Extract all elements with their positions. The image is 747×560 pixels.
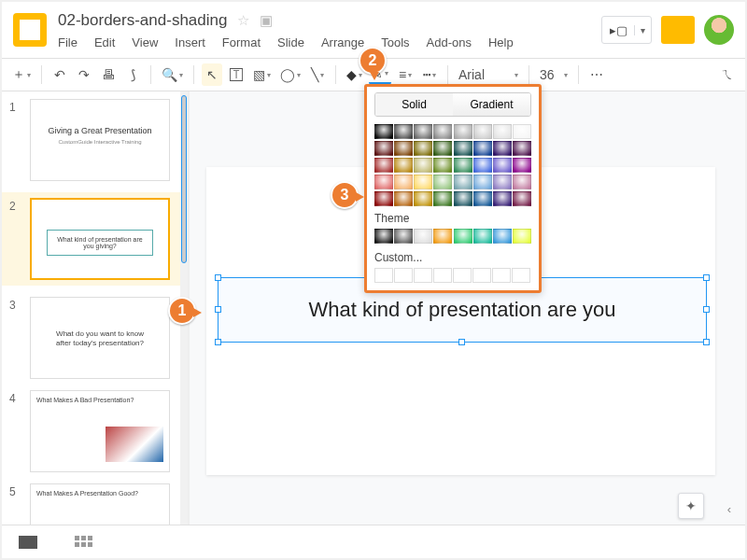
hscroll-left-icon[interactable]: ‹: [719, 498, 740, 519]
gradient-swatch[interactable]: [394, 175, 413, 189]
gradient-swatch[interactable]: [513, 229, 531, 244]
gradient-swatch[interactable]: [454, 175, 472, 189]
hide-menus-button[interactable]: ㄟ: [717, 63, 738, 86]
gradient-swatch[interactable]: [493, 158, 512, 173]
new-slide-button[interactable]: ＋: [9, 63, 34, 86]
gradient-swatch[interactable]: [513, 175, 531, 189]
menu-format[interactable]: Format: [222, 35, 261, 49]
gradient-swatch[interactable]: [473, 229, 492, 244]
slide-thumb-4[interactable]: 4 What Makes A Bad Presentation?: [9, 390, 188, 472]
gradient-swatch[interactable]: [493, 229, 512, 244]
gradient-swatch[interactable]: [394, 141, 413, 156]
filmstrip-view-button[interactable]: [19, 536, 37, 549]
gradient-swatch[interactable]: [394, 124, 413, 139]
gradient-swatch[interactable]: [433, 158, 452, 173]
menu-help[interactable]: Help: [488, 35, 514, 49]
scrollbar-handle[interactable]: [181, 95, 187, 263]
doc-title-text[interactable]: 02-borders-and-shading: [58, 11, 227, 29]
gradient-swatch[interactable]: [493, 191, 512, 206]
gradient-swatch[interactable]: [374, 141, 393, 156]
gradient-swatch[interactable]: [414, 175, 432, 189]
menu-slide[interactable]: Slide: [277, 35, 304, 49]
more-button[interactable]: ⋯: [586, 63, 607, 86]
gradient-swatch[interactable]: [433, 124, 452, 139]
menu-tools[interactable]: Tools: [381, 35, 409, 49]
gradient-swatch[interactable]: [454, 141, 472, 156]
resize-handle[interactable]: [215, 306, 221, 313]
gradient-swatch[interactable]: [374, 191, 393, 206]
zoom-button[interactable]: 🔍: [159, 63, 186, 86]
slide-thumb-2[interactable]: 2 What kind of presentation are you givi…: [2, 192, 188, 286]
font-size-select[interactable]: 36: [537, 63, 571, 86]
gradient-swatch[interactable]: [414, 191, 432, 206]
select-tool[interactable]: ↖: [202, 63, 222, 86]
star-icon[interactable]: ☆: [237, 12, 249, 28]
menu-insert[interactable]: Insert: [175, 35, 205, 49]
folder-icon[interactable]: ▣: [260, 12, 273, 28]
custom-swatch[interactable]: [394, 268, 413, 283]
slide-thumb-5[interactable]: 5 What Makes A Presentation Good?: [9, 483, 188, 525]
gradient-swatch[interactable]: [414, 124, 432, 139]
resize-handle[interactable]: [703, 274, 710, 281]
gradient-swatch[interactable]: [394, 191, 413, 206]
present-button[interactable]: ▸▢ ▾: [601, 16, 652, 44]
undo-button[interactable]: ↶: [49, 63, 70, 86]
gradient-swatch[interactable]: [473, 175, 492, 189]
slide-thumb-1[interactable]: 1 Giving a Great Presentation CustomGuid…: [9, 99, 188, 181]
gradient-swatch[interactable]: [414, 229, 432, 244]
custom-swatch[interactable]: [433, 268, 452, 283]
menu-view[interactable]: View: [132, 35, 158, 49]
gradient-swatch[interactable]: [493, 175, 512, 189]
gradient-swatch[interactable]: [433, 229, 452, 244]
resize-handle[interactable]: [703, 306, 710, 313]
resize-handle[interactable]: [703, 339, 710, 345]
resize-handle[interactable]: [458, 339, 465, 345]
gradient-swatch[interactable]: [374, 158, 393, 173]
present-dropdown-icon[interactable]: ▾: [634, 25, 651, 35]
font-select[interactable]: Arial: [456, 63, 521, 86]
redo-button[interactable]: ↷: [74, 63, 94, 86]
custom-gradient-button[interactable]: Custom...: [374, 251, 531, 264]
gradient-swatch[interactable]: [433, 175, 452, 189]
explore-button[interactable]: ✦: [678, 493, 704, 519]
custom-swatch[interactable]: [472, 268, 491, 283]
custom-swatch[interactable]: [453, 268, 472, 283]
gradient-swatch[interactable]: [374, 124, 393, 139]
menu-file[interactable]: File: [58, 35, 78, 49]
tab-solid[interactable]: Solid: [375, 93, 453, 116]
gradient-swatch[interactable]: [493, 141, 512, 156]
image-tool[interactable]: ▧: [250, 63, 274, 86]
paint-format-button[interactable]: ⟆: [122, 63, 143, 86]
gradient-swatch[interactable]: [454, 124, 472, 139]
gradient-swatch[interactable]: [433, 141, 452, 156]
custom-swatch[interactable]: [414, 268, 432, 283]
gradient-swatch[interactable]: [414, 141, 432, 156]
textbox-tool[interactable]: 🅃: [226, 63, 247, 86]
gradient-swatch[interactable]: [513, 191, 531, 206]
shape-tool[interactable]: ◯: [277, 63, 303, 86]
custom-swatch[interactable]: [512, 268, 530, 283]
gradient-swatch[interactable]: [493, 124, 512, 139]
gradient-swatch[interactable]: [374, 175, 393, 189]
gradient-swatch[interactable]: [374, 229, 393, 244]
gradient-swatch[interactable]: [454, 158, 472, 173]
slide-thumb-3[interactable]: 3 What do you want to knowafter today's …: [9, 297, 188, 379]
gradient-swatch[interactable]: [454, 191, 472, 206]
share-button[interactable]: [661, 16, 695, 44]
gradient-swatch[interactable]: [513, 124, 531, 139]
tab-gradient[interactable]: Gradient: [453, 93, 530, 116]
gradient-swatch[interactable]: [473, 141, 492, 156]
gradient-swatch[interactable]: [454, 229, 472, 244]
gradient-swatch[interactable]: [513, 141, 531, 156]
custom-swatch[interactable]: [374, 268, 393, 283]
gradient-swatch[interactable]: [513, 158, 531, 173]
doc-title[interactable]: 02-borders-and-shading ☆ ▣: [58, 11, 601, 30]
gradient-swatch[interactable]: [473, 191, 492, 206]
gradient-swatch[interactable]: [473, 124, 492, 139]
border-weight-button[interactable]: ≡: [395, 63, 416, 86]
custom-swatch[interactable]: [492, 268, 511, 283]
print-button[interactable]: 🖶: [98, 63, 119, 86]
gradient-swatch[interactable]: [473, 158, 492, 173]
gradient-swatch[interactable]: [414, 158, 432, 173]
resize-handle[interactable]: [215, 274, 221, 281]
